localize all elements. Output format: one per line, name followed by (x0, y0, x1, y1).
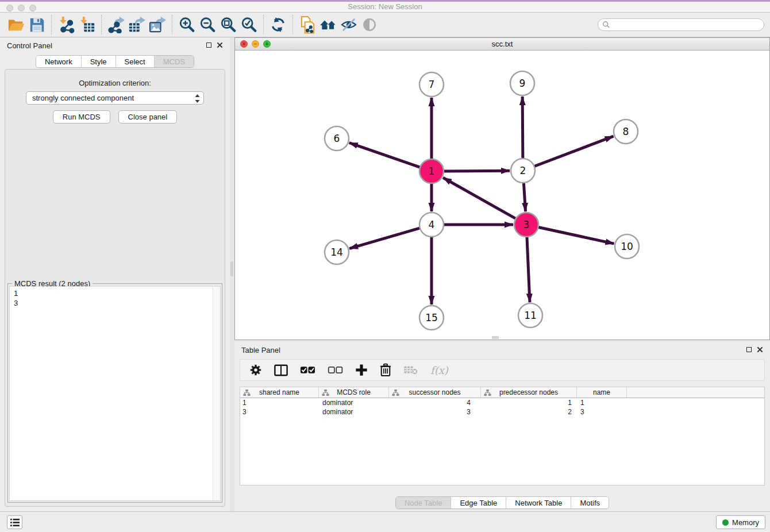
graph-node-8[interactable]: 8 (614, 119, 638, 144)
save-session-button[interactable] (26, 14, 47, 36)
zoom-out-button[interactable] (197, 14, 218, 36)
tab-style[interactable]: Style (82, 56, 116, 67)
close-window-button[interactable] (6, 5, 13, 11)
tab-node-table[interactable]: Node Table (396, 497, 452, 508)
graph-node-11[interactable]: 11 (518, 303, 542, 327)
toolbar-separator (51, 15, 52, 34)
criterion-dropdown[interactable]: strongly connected component (26, 91, 204, 105)
tab-network[interactable]: Network (36, 56, 82, 67)
export-table-button[interactable] (126, 14, 147, 36)
cell-mcds-role[interactable]: dominator (319, 399, 389, 407)
cell-name[interactable]: 3 (577, 408, 627, 416)
column-header-successor-nodes[interactable]: successor nodes (389, 387, 481, 398)
tab-edge-table[interactable]: Edge Table (451, 497, 506, 508)
network-canvas[interactable]: 7968124314101511 (235, 51, 769, 340)
maximize-window-button[interactable] (29, 5, 36, 11)
import-table-button[interactable] (76, 14, 97, 36)
houses-icon (319, 17, 337, 32)
show-log-button[interactable] (7, 515, 22, 529)
graph-edge-4-14[interactable] (349, 228, 421, 248)
panel-splitter-handle[interactable] (230, 261, 233, 276)
canvas-resize-handle[interactable] (492, 336, 499, 339)
unchecked-boxes-icon (328, 366, 343, 374)
close-panel-button[interactable]: Close panel (118, 110, 178, 124)
graph-node-1[interactable]: 1 (419, 159, 444, 183)
graph-edge-3-10[interactable] (537, 227, 614, 244)
column-header-shared-name[interactable]: shared name (240, 387, 319, 398)
float-table-panel-icon[interactable] (746, 347, 752, 352)
select-all-columns-button[interactable] (300, 366, 315, 374)
cell-shared-name[interactable]: 1 (240, 399, 319, 407)
unselect-all-columns-button[interactable] (328, 366, 343, 374)
search-input[interactable] (598, 18, 764, 31)
refresh-button[interactable] (268, 14, 288, 36)
export-network-button[interactable] (106, 14, 126, 36)
memory-button[interactable]: Memory (716, 515, 765, 529)
column-header-mcds-role[interactable]: MCDS role (319, 387, 389, 398)
show-columns-button[interactable] (274, 364, 288, 376)
zoom-fit-icon (220, 16, 237, 33)
graph-node-2[interactable]: 2 (511, 159, 535, 183)
list-icon (10, 518, 20, 527)
zoom-selected-button[interactable] (238, 14, 259, 36)
cell-mcds-role[interactable]: dominator (319, 408, 389, 416)
network-zoom-button[interactable]: + (263, 40, 271, 48)
tab-select[interactable]: Select (116, 56, 155, 67)
graph-edge-2-8[interactable] (533, 136, 614, 167)
create-column-button[interactable] (355, 364, 368, 376)
cell-shared-name[interactable]: 3 (240, 408, 319, 416)
graph-edge-1-6[interactable] (349, 143, 421, 168)
toggle-contrast-button[interactable] (359, 14, 380, 36)
column-label: successor nodes (409, 388, 460, 396)
open-session-button[interactable] (6, 14, 26, 36)
network-minimize-button[interactable]: − (252, 40, 259, 48)
cell-successor-nodes[interactable]: 3 (389, 408, 481, 416)
graph-node-6[interactable]: 6 (325, 126, 349, 151)
cell-predecessor-nodes[interactable]: 1 (481, 399, 577, 407)
graph-node-3[interactable]: 3 (514, 213, 538, 237)
delete-column-button[interactable] (380, 363, 391, 377)
import-network-button[interactable] (56, 14, 76, 36)
graph-node-15[interactable]: 15 (419, 306, 444, 330)
hide-panel-button[interactable] (338, 14, 359, 36)
tab-motifs[interactable]: Motifs (571, 497, 609, 508)
new-session-from-network-button[interactable] (297, 14, 318, 36)
table-row[interactable]: 3 dominator 3 2 3 (240, 407, 764, 417)
minimize-window-button[interactable] (18, 5, 25, 11)
clone-network-document-icon (300, 16, 315, 34)
zoom-in-button[interactable] (176, 14, 197, 36)
graph-node-7[interactable]: 7 (419, 72, 444, 97)
network-window-titlebar[interactable]: × − + scc.txt (235, 38, 769, 51)
cell-predecessor-nodes[interactable]: 2 (481, 408, 577, 416)
float-panel-icon[interactable] (206, 43, 211, 48)
import-table-icon (78, 16, 95, 33)
cell-successor-nodes[interactable]: 4 (389, 399, 481, 407)
graph-edge-2-9[interactable] (522, 97, 523, 160)
zoom-fit-button[interactable] (218, 14, 238, 36)
column-header-name[interactable]: name (577, 387, 627, 398)
home-view-button[interactable] (318, 14, 338, 36)
graph-edge-2-3[interactable] (523, 182, 525, 211)
tab-mcds[interactable]: MCDS (155, 56, 194, 67)
memory-label: Memory (732, 518, 759, 527)
table-row[interactable]: 1 dominator 4 1 1 (240, 398, 764, 407)
close-table-panel-icon[interactable] (757, 346, 763, 353)
graph-edge-3-1[interactable] (443, 178, 517, 219)
toolbar-separator (101, 15, 102, 34)
network-close-button[interactable]: × (240, 40, 248, 48)
tab-network-table[interactable]: Network Table (506, 497, 571, 508)
run-mcds-button[interactable]: Run MCDS (53, 110, 110, 124)
graph-edge-3-11[interactable] (527, 236, 530, 302)
mcds-result-textarea[interactable]: 1 3 (9, 286, 221, 501)
graph-node-14[interactable]: 14 (325, 240, 349, 264)
graph-node-9[interactable]: 9 (510, 71, 534, 95)
graph-node-10[interactable]: 10 (615, 234, 639, 259)
cell-name[interactable]: 1 (577, 399, 627, 407)
result-scrollbar-track[interactable] (213, 287, 220, 500)
graph-node-4[interactable]: 4 (419, 213, 444, 237)
export-image-button[interactable] (147, 14, 168, 36)
column-header-predecessor-nodes[interactable]: predecessor nodes (481, 387, 577, 398)
table-settings-button[interactable] (249, 364, 262, 376)
graph-edge-1-2[interactable] (442, 171, 510, 171)
close-panel-icon[interactable] (217, 42, 223, 48)
